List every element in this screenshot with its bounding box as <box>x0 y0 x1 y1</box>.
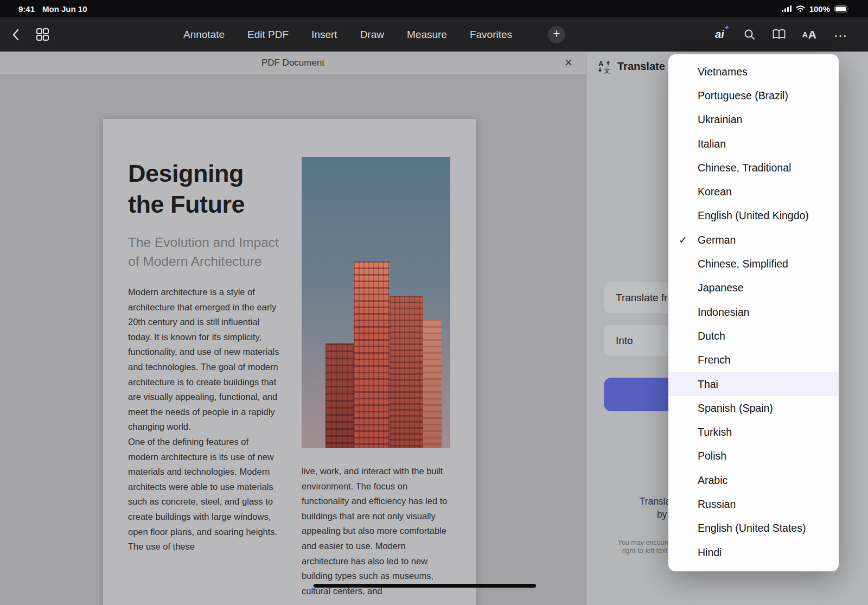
language-label: Korean <box>698 186 839 198</box>
language-label: Chinese, Simplified <box>698 258 839 270</box>
scroll-indicator[interactable] <box>314 584 536 588</box>
language-menu: VietnamesPortuguese (Brazil)UkrainianIta… <box>668 54 839 571</box>
language-menu-item[interactable]: English (United States) <box>668 517 839 540</box>
article-title-line2: the Future <box>128 189 245 220</box>
building-shape <box>423 320 442 448</box>
reader-book-button[interactable] <box>772 29 786 40</box>
wifi-icon <box>796 5 805 12</box>
screen: 9:41 Mon Jun 10 100% Annota <box>0 0 868 605</box>
translate-into-label: Into <box>616 335 633 347</box>
language-label: Ukrainian <box>698 113 839 126</box>
language-label: Dutch <box>698 330 839 342</box>
language-label: Spanish (Spain) <box>698 402 839 415</box>
menu-item-measure[interactable]: Measure <box>407 29 447 41</box>
language-menu-item[interactable]: Indonesian <box>668 300 839 324</box>
language-label: English (United Kingdo) <box>698 209 839 222</box>
language-menu-item[interactable]: French <box>668 348 839 372</box>
language-label: Hindi <box>698 546 839 559</box>
language-label: Arabic <box>698 474 839 487</box>
language-menu-item[interactable]: Portuguese (Brazil) <box>668 84 839 107</box>
language-label: Vietnames <box>698 66 839 78</box>
close-tab-button[interactable]: ✕ <box>561 52 576 74</box>
article-subtitle: The Evolution and Impact of Modern Archi… <box>128 233 285 271</box>
menu-item-insert[interactable]: Insert <box>311 29 337 41</box>
language-menu-item[interactable]: Turkish <box>668 420 839 444</box>
ai-assistant-button[interactable]: ai✦ <box>715 28 727 41</box>
translation-disclaimer: You may encounter right-to-left text sc <box>586 539 676 555</box>
paragraph: One of the defining features of modern a… <box>128 435 281 555</box>
article-title-line1: Designing <box>128 158 245 189</box>
language-label: Turkish <box>698 426 839 438</box>
menu-item-annotate[interactable]: Annotate <box>183 29 225 41</box>
search-button[interactable] <box>744 29 756 41</box>
language-menu-item[interactable]: English (United Kingdo) <box>668 204 839 228</box>
language-label: Chinese, Traditional <box>698 162 839 174</box>
status-right: 100% <box>782 4 850 14</box>
paragraph: Modern architecture is a style of archit… <box>128 285 281 435</box>
date: Mon Jun 10 <box>42 4 87 14</box>
article-title: Designing the Future <box>128 158 245 220</box>
toolbar-actions: ai✦ AA … <box>715 17 848 52</box>
battery-icon <box>834 5 850 12</box>
language-menu-item[interactable]: Dutch <box>668 324 839 348</box>
language-menu-item[interactable]: Korean <box>668 180 839 203</box>
document-tab-title[interactable]: PDF Document <box>261 58 324 68</box>
document-tab-bar: PDF Document ✕ <box>0 52 586 74</box>
language-menu-item[interactable]: Chinese, Simplified <box>668 252 839 276</box>
provider-note-line1: Translati <box>586 495 675 508</box>
language-menu-item[interactable]: Hindi <box>668 540 839 564</box>
document-canvas[interactable]: Designing the Future The Evolution and I… <box>0 74 586 605</box>
pdf-page: Designing the Future The Evolution and I… <box>103 119 476 605</box>
building-shape <box>390 296 423 448</box>
architecture-photo <box>302 157 450 448</box>
translate-icon: A文 <box>597 59 612 74</box>
language-menu-item[interactable]: Japanese <box>668 276 839 300</box>
grid-view-button[interactable] <box>36 28 49 41</box>
cellular-signal-icon <box>782 5 792 12</box>
language-label: English (United States) <box>698 522 839 534</box>
toolbar-menu: Annotate Edit PDF Insert Draw Measure Fa… <box>183 17 565 52</box>
language-menu-item[interactable]: Polish <box>668 444 839 468</box>
language-menu-item[interactable]: ✓German <box>668 228 839 252</box>
svg-text:文: 文 <box>604 67 610 74</box>
language-menu-item[interactable]: Thai <box>668 372 839 396</box>
battery-percent: 100% <box>809 4 830 14</box>
language-menu-item[interactable]: Italian <box>668 132 839 156</box>
menu-item-draw[interactable]: Draw <box>360 29 384 41</box>
language-label: Japanese <box>698 282 839 294</box>
article-column-2: live, work, and interact with the built … <box>302 464 454 598</box>
language-label: Indonesian <box>698 306 839 319</box>
clock: 9:41 <box>18 4 35 14</box>
provider-note-line2: by A <box>586 508 675 521</box>
language-menu-item[interactable]: Ukrainian <box>668 108 839 132</box>
translation-provider-note: Translati by A <box>586 495 675 521</box>
menu-item-edit-pdf[interactable]: Edit PDF <box>247 29 289 41</box>
language-menu-item[interactable]: Spanish (Spain) <box>668 396 839 420</box>
add-tool-button[interactable]: + <box>548 26 565 43</box>
text-settings-button[interactable]: AA <box>802 28 817 41</box>
menu-item-favorites[interactable]: Favorites <box>470 29 512 41</box>
language-menu-item[interactable]: Vietnames <box>668 60 839 84</box>
sparkle-icon: ✦ <box>724 24 730 31</box>
back-button[interactable] <box>12 28 20 41</box>
more-options-button[interactable]: … <box>833 29 848 39</box>
article-column-1: Modern architecture is a style of archit… <box>128 285 281 555</box>
language-label: Italian <box>698 138 839 150</box>
status-left: 9:41 Mon Jun 10 <box>18 4 87 14</box>
disclaimer-line1: You may encounter <box>586 539 676 547</box>
paragraph: live, work, and interact with the built … <box>302 464 454 598</box>
language-label: German <box>698 234 839 246</box>
disclaimer-line2: right-to-left text sc <box>586 547 676 555</box>
translate-panel-header: A文 Translate <box>597 59 665 74</box>
status-bar: 9:41 Mon Jun 10 100% <box>0 0 868 17</box>
toolbar: Annotate Edit PDF Insert Draw Measure Fa… <box>0 17 868 52</box>
language-label: Thai <box>698 378 839 391</box>
language-menu-item[interactable]: Chinese, Traditional <box>668 156 839 180</box>
language-menu-item[interactable]: Russian <box>668 492 839 516</box>
checkmark-icon: ✓ <box>668 234 698 246</box>
language-label: Russian <box>698 498 839 511</box>
svg-text:A: A <box>598 60 604 68</box>
language-menu-item[interactable]: Arabic <box>668 468 839 492</box>
translate-panel-title: Translate <box>617 60 665 73</box>
toolbar-left <box>12 17 49 52</box>
